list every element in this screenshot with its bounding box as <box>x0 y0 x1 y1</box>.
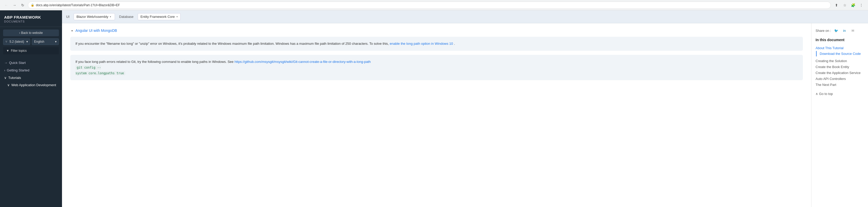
menu-button[interactable]: ⋮ <box>858 2 865 9</box>
forward-button[interactable]: → <box>11 2 18 8</box>
db-chevron-icon: ▾ <box>177 15 178 18</box>
arrow-icon: → <box>4 61 7 65</box>
toc-item-auto-api[interactable]: Auto API Controllers <box>815 76 864 82</box>
toc-item-app-service[interactable]: Create the Application Service <box>815 70 864 76</box>
ui-chevron-icon: ▾ <box>110 15 111 18</box>
twitter-share-icon[interactable]: 🐦 <box>833 27 839 34</box>
app-layout: ABP FRAMEWORK DOCUMENTS ‹ Back to websit… <box>0 10 868 207</box>
bookmark-button[interactable]: ☆ <box>841 2 848 9</box>
sidebar-item-web-app-dev[interactable]: ∨ Web Application Development <box>0 81 62 88</box>
angular-mongodb-link[interactable]: Angular UI with MongoDB <box>75 28 117 33</box>
git-link[interactable]: https://github.com/msysgit/msysgit/wiki/… <box>235 60 371 63</box>
nav-sub-item-label: Web Application Development <box>11 83 56 87</box>
address-bar[interactable]: 🔒 docs.abp.io/en/abp/latest/Tutorials/Pa… <box>28 2 831 9</box>
db-select[interactable]: Entity Framework Core ▾ <box>138 13 181 20</box>
info-text-before: If you encounter the "filename too long"… <box>75 42 389 46</box>
db-label: Database <box>119 15 133 19</box>
browser-chrome: ← → ↻ 🔒 docs.abp.io/en/abp/latest/Tutori… <box>0 0 868 10</box>
ui-select[interactable]: Blazor WebAssembly ▾ <box>74 13 115 20</box>
main-content: UI Blazor WebAssembly ▾ Database Entity … <box>62 10 868 207</box>
share-button[interactable]: ⬆ <box>833 2 840 9</box>
sidebar: ABP FRAMEWORK DOCUMENTS ‹ Back to websit… <box>0 10 62 207</box>
url-text: docs.abp.io/en/abp/latest/Tutorials/Part… <box>36 3 828 7</box>
logo-subtitle: DOCUMENTS <box>4 20 58 23</box>
info-box-windows-path: If you encounter the "filename too long"… <box>70 37 803 51</box>
nav-item-label: Quick Start <box>9 61 26 65</box>
back-to-website-button[interactable]: ‹ Back to website <box>3 29 59 36</box>
back-button[interactable]: ← <box>3 2 9 8</box>
in-this-document-heading: In this document <box>815 38 864 42</box>
doc-content: Angular UI with MongoDB If you encounter… <box>62 23 811 207</box>
toc-item-creating[interactable]: Creating the Solution <box>815 58 864 64</box>
top-toolbar: UI Blazor WebAssembly ▾ Database Entity … <box>62 10 868 23</box>
email-share-icon[interactable]: ✉ <box>850 27 856 34</box>
lock-icon: 🔒 <box>31 3 34 7</box>
long-path-link[interactable]: enable the long path option in Windows 1… <box>390 42 453 46</box>
lang-value: English <box>34 40 44 44</box>
filter-icon: ▼ <box>6 49 9 53</box>
nav-item-label: Getting Started <box>7 68 29 72</box>
right-panel: Share on : 🐦 in ✉ In this document About… <box>811 23 868 207</box>
toc-item-book-entity[interactable]: Create the Book Entity <box>815 64 864 70</box>
info-box-git-path: If you face long path errors related to … <box>70 55 803 80</box>
lang-chevron: ▾ <box>55 40 57 44</box>
sidebar-logo: ABP FRAMEWORK DOCUMENTS <box>0 10 62 27</box>
content-bullet-list: Angular UI with MongoDB <box>75 28 803 33</box>
language-select[interactable]: English ▾ <box>32 38 59 45</box>
logo-title: ABP FRAMEWORK <box>4 15 58 19</box>
refresh-button[interactable]: ↻ <box>20 2 26 8</box>
ui-label: UI <box>66 15 69 19</box>
sidebar-item-quick-start[interactable]: → Quick Start <box>0 59 62 67</box>
share-label: Share on : <box>815 29 831 33</box>
arrow-icon: ∨ <box>7 83 10 87</box>
version-select[interactable]: ⑂ 5.2 (latest) ▾ <box>3 38 30 45</box>
filter-topics-button[interactable]: ▼ Filter topics <box>3 47 59 54</box>
sidebar-item-getting-started[interactable]: › Getting Started <box>0 67 62 74</box>
share-row: Share on : 🐦 in ✉ <box>815 27 864 34</box>
toc-item-next-part[interactable]: The Next Part <box>815 82 864 88</box>
nav-item-label: Tutorials <box>8 76 21 80</box>
content-area: Angular UI with MongoDB If you encounter… <box>62 23 868 207</box>
version-value: 5.2 (latest) <box>9 40 24 44</box>
sidebar-nav: → Quick Start › Getting Started ∨ Tutori… <box>0 57 62 207</box>
extensions-button[interactable]: 🧩 <box>849 2 857 9</box>
sidebar-item-tutorials[interactable]: ∨ Tutorials <box>0 74 62 81</box>
list-item: Angular UI with MongoDB <box>75 28 803 33</box>
version-icon: ⑂ <box>5 40 7 44</box>
version-row: ⑂ 5.2 (latest) ▾ English ▾ <box>3 38 59 45</box>
sidebar-controls: ‹ Back to website ⑂ 5.2 (latest) ▾ Engli… <box>0 27 62 57</box>
linkedin-share-icon[interactable]: in <box>841 27 847 34</box>
arrow-icon: ∨ <box>4 76 7 80</box>
arrow-icon: › <box>4 68 5 72</box>
goto-top-button[interactable]: ∧ Go to top <box>815 92 864 96</box>
browser-actions: ⬆ ☆ 🧩 ⋮ <box>833 2 865 9</box>
toc-item-download[interactable]: Download the Source Code <box>816 51 864 56</box>
git-text-before: If you face long path errors related to … <box>75 60 234 63</box>
version-chevron: ▾ <box>26 40 28 44</box>
filter-label: Filter topics <box>11 49 27 53</box>
info-text-after: . <box>454 42 455 46</box>
toc-item-about[interactable]: About This Tutorial <box>815 45 864 51</box>
code-git-config: git config --system core.longpaths true <box>75 66 125 75</box>
ui-value: Blazor WebAssembly <box>76 15 108 19</box>
db-value: Entity Framework Core <box>141 15 175 19</box>
